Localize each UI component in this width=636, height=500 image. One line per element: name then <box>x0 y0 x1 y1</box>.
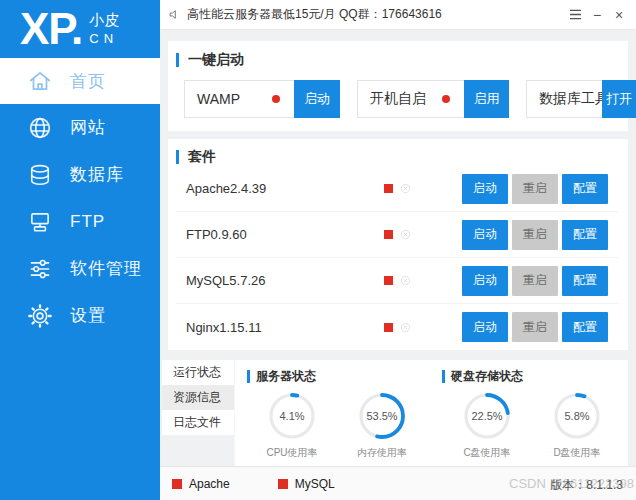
autostart-combo: 开机自启 启用 <box>357 80 509 118</box>
service-buttons: 启动 重启 配置 <box>462 312 618 342</box>
suite-card: 套件 Apache2.4.39 启动 重启 配置 FTP0.9.6 <box>168 139 628 350</box>
restart-button[interactable]: 重启 <box>512 266 558 296</box>
start-button[interactable]: 启动 <box>462 266 508 296</box>
suite-row-mysql: MySQL5.7.26 启动 重启 配置 <box>176 258 618 304</box>
cpu-gauge-ring: 4.1% <box>268 392 316 440</box>
quickstart-header: 一键启动 <box>176 51 618 69</box>
restart-button[interactable]: 重启 <box>512 312 558 342</box>
circle-x-icon <box>400 275 411 286</box>
server-status-header: 服务器状态 <box>247 368 430 385</box>
sidebar-item-software[interactable]: 软件管理 <box>0 245 160 292</box>
suite-row-ftp: FTP0.9.60 启动 重启 配置 <box>176 212 618 258</box>
dbtool-box: 数据库工具 <box>526 80 602 118</box>
autostart-status-dot <box>442 95 450 103</box>
dbtool-label: 数据库工具 <box>527 90 609 108</box>
start-button[interactable]: 启动 <box>462 220 508 250</box>
disk-status-section: 硬盘存储状态 22.5% C盘使用率 <box>430 368 628 466</box>
tab-log-files[interactable]: 日志文件 <box>162 410 234 435</box>
service-name: Apache2.4.39 <box>186 181 384 196</box>
config-button[interactable]: 配置 <box>562 266 608 296</box>
section-accent-bar <box>176 53 179 67</box>
section-accent-bar <box>442 370 445 383</box>
d-drive-usage-label: D盘使用率 <box>553 446 600 460</box>
sidebar-item-website[interactable]: 网站 <box>0 104 160 151</box>
suite-header: 套件 <box>176 148 618 166</box>
autostart-label: 开机自启 <box>358 90 426 108</box>
memory-usage-label: 内存使用率 <box>357 446 407 460</box>
gear-icon <box>27 303 53 329</box>
d-drive-usage-value: 5.8% <box>553 392 601 440</box>
restart-button[interactable]: 重启 <box>512 174 558 204</box>
cpu-usage-value: 4.1% <box>268 392 316 440</box>
config-button[interactable]: 配置 <box>562 220 608 250</box>
circle-x-icon <box>400 183 411 194</box>
main-content: 一键启动 WAMP 启动 开机自启 启用 <box>160 31 636 466</box>
wamp-combo: WAMP 启动 <box>184 80 340 118</box>
announcement-text: 高性能云服务器最低15元/月 QQ群：176643616 <box>187 6 442 23</box>
monitor-status-card: 服务器状态 4.1% CPU使用率 <box>234 360 628 466</box>
c-drive-usage-value: 22.5% <box>463 392 511 440</box>
red-square-icon <box>172 479 182 489</box>
autostart-enable-button[interactable]: 启用 <box>464 80 509 118</box>
monitor-panel: 运行状态 资源信息 日志文件 服务器状态 4.1% <box>162 360 628 466</box>
stopped-status-icon <box>384 184 393 193</box>
disk-status-header: 硬盘存储状态 <box>442 368 628 385</box>
sidebar-item-database[interactable]: 数据库 <box>0 151 160 198</box>
suite-row-nginx: Nginx1.15.11 启动 重启 配置 <box>176 304 618 350</box>
c-drive-usage-label: C盘使用率 <box>463 446 510 460</box>
sidebar-menu: 首页 网站 数据库 <box>0 58 160 339</box>
cpu-usage-label: CPU使用率 <box>266 446 317 460</box>
circle-x-icon <box>400 229 411 240</box>
stopped-status-icon <box>384 276 393 285</box>
service-name: MySQL5.7.26 <box>186 273 384 288</box>
logo-subtext: 小皮 CN <box>89 11 119 46</box>
sidebar-item-home[interactable]: 首页 <box>0 58 160 104</box>
wamp-status-box: WAMP <box>184 80 294 118</box>
logo-text: XP. <box>20 4 82 54</box>
section-accent-bar <box>176 150 179 164</box>
restart-button[interactable]: 重启 <box>512 220 558 250</box>
server-gauges: 4.1% CPU使用率 53.5% 内存使用率 <box>247 392 430 460</box>
tab-run-status[interactable]: 运行状态 <box>162 360 234 385</box>
memory-usage-value: 53.5% <box>358 392 406 440</box>
c-drive-gauge-ring: 22.5% <box>463 392 511 440</box>
suite-row-apache: Apache2.4.39 启动 重启 配置 <box>176 166 618 212</box>
start-button[interactable]: 启动 <box>462 174 508 204</box>
disk-gauges: 22.5% C盘使用率 5.8% D盘使用率 <box>442 392 628 460</box>
wamp-start-button[interactable]: 启动 <box>294 80 340 118</box>
database-icon <box>27 162 53 188</box>
close-icon[interactable]: × <box>610 5 628 25</box>
config-button[interactable]: 配置 <box>562 312 608 342</box>
wamp-label: WAMP <box>185 91 240 107</box>
sidebar-item-ftp[interactable]: FTP <box>0 198 160 245</box>
suite-title: 套件 <box>188 148 216 166</box>
minimize-icon[interactable]: − <box>588 5 606 25</box>
hamburger-menu-icon[interactable] <box>566 5 584 25</box>
home-icon <box>27 68 53 94</box>
start-button[interactable]: 启动 <box>462 312 508 342</box>
dbtool-open-button[interactable]: 打开 <box>602 80 636 118</box>
d-drive-gauge: 5.8% D盘使用率 <box>532 392 622 460</box>
service-status <box>384 183 411 194</box>
dbtool-combo: 数据库工具 打开 <box>526 80 636 118</box>
service-status <box>384 229 411 240</box>
version-label: 版本：8.1.1.3 <box>550 477 623 494</box>
service-buttons: 启动 重启 配置 <box>462 174 618 204</box>
service-status <box>384 322 411 333</box>
service-buttons: 启动 重启 配置 <box>462 266 618 296</box>
legend-mysql: MySQL <box>278 477 335 491</box>
sidebar-item-settings[interactable]: 设置 <box>0 292 160 339</box>
cpu-gauge: 4.1% CPU使用率 <box>247 392 337 460</box>
service-status <box>384 275 411 286</box>
legend-apache: Apache <box>172 477 230 491</box>
tab-resource-info[interactable]: 资源信息 <box>162 385 234 410</box>
service-name: Nginx1.15.11 <box>186 320 384 335</box>
app-window: XP. 小皮 CN 首页 网站 <box>0 0 636 500</box>
circle-x-icon <box>400 322 411 333</box>
config-button[interactable]: 配置 <box>562 174 608 204</box>
globe-icon <box>27 115 53 141</box>
sidebar: XP. 小皮 CN 首页 网站 <box>0 0 160 500</box>
quickstart-card: 一键启动 WAMP 启动 开机自启 启用 <box>168 41 628 131</box>
statusbar: Apache MySQL CSDN @8611222398 版本：8.1.1.3 <box>160 466 636 500</box>
autostart-status-box: 开机自启 <box>357 80 464 118</box>
